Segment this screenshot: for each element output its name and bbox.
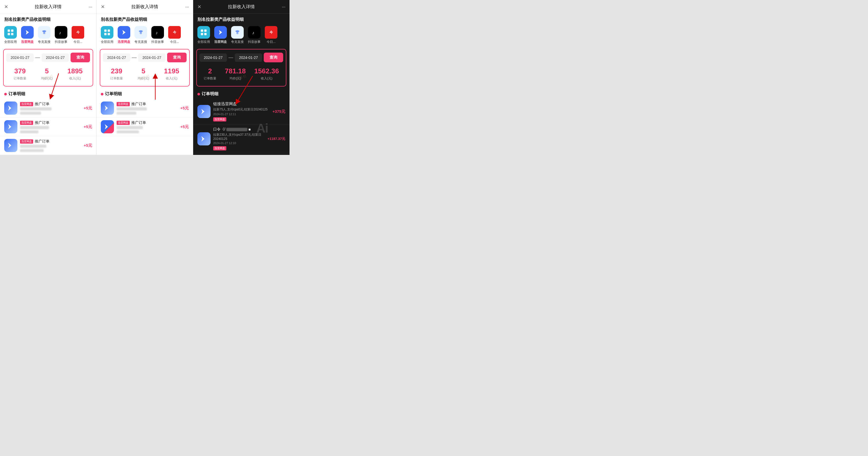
order-amount-3-1: +375元	[272, 109, 285, 114]
stat-value-orders-1: 379	[14, 67, 26, 75]
svg-point-18	[236, 32, 239, 34]
date-to-2[interactable]: 2024-01-27	[138, 54, 165, 62]
more-button-1[interactable]: ···	[86, 4, 92, 10]
order-item-1-3[interactable]: 迅雷网盘 推广订单 +5元	[0, 136, 96, 155]
date-to-3[interactable]: 2024-01-27	[235, 54, 262, 62]
order-item-2-1[interactable]: 迅雷网盘 推广订单 +5元	[97, 99, 193, 118]
app-xunlei-1[interactable]: 迅雷网盘	[21, 26, 34, 44]
apps-row-3: 全部应用 迅雷网盘 夸克直搜 ♪ 抖音故事 今	[193, 25, 289, 47]
order-info-1-2: 迅雷网盘 推广订单	[20, 121, 81, 133]
stat-income-2: 1195 收入(元)	[164, 67, 179, 81]
header-3: ✕ 拉新收入详情 ···	[193, 0, 289, 14]
app-xunlei-3[interactable]: 迅雷网盘	[214, 26, 227, 44]
app-icon-all-2	[101, 26, 114, 39]
app-label-jinri-2: 今日...	[170, 40, 179, 44]
app-douyin-1[interactable]: ♪ 抖音故事	[55, 26, 67, 44]
app-icon-kuake-2	[134, 26, 147, 39]
order-title-text-2-1: 推广订单	[131, 102, 146, 106]
order-item-1-2[interactable]: 迅雷网盘 推广订单 +5元	[0, 118, 96, 136]
section-title-3: 别名拉新类产品收益明细	[193, 14, 289, 25]
order-app-icon-1-2	[4, 120, 18, 133]
order-title-1: 订单明细	[0, 89, 96, 99]
app-kuake-1[interactable]: 夸克直搜	[38, 26, 51, 44]
section-title-1: 别名拉新类产品收益明细	[0, 14, 96, 25]
more-button-3[interactable]: ···	[279, 4, 285, 10]
order-title-text-3-2: 口令《/	[213, 127, 225, 132]
close-button-3[interactable]: ✕	[197, 4, 204, 10]
stat-value-price-2: 5	[142, 67, 145, 75]
section-title-2: 别名拉新类产品收益明细	[97, 14, 193, 25]
order-sub-3-2: 拉新230人,支付cps37.37元,结算日20240125	[213, 133, 265, 141]
order-item-2-2[interactable]: 迅雷网盘 推广订单 +5元	[97, 118, 193, 136]
more-button-2[interactable]: ···	[182, 4, 189, 10]
apps-row-2: 全部应用 迅雷网盘 夸克直搜 ♪ 抖音故事 今	[97, 25, 193, 47]
stat-income-1: 1895 收入(元)	[67, 67, 83, 81]
stat-value-income-2: 1195	[164, 67, 179, 75]
order-title-2: 订单明细	[97, 89, 193, 99]
date-to-1[interactable]: 2024-01-27	[41, 54, 69, 62]
order-amount-2-1: +5元	[180, 106, 189, 111]
query-button-2[interactable]: 查询	[167, 53, 187, 62]
order-info-2-2: 迅雷网盘 推广订单	[117, 121, 178, 133]
app-all-2[interactable]: 全部应用	[101, 26, 114, 44]
order-time-3-2: 2024-01-27 12:10	[213, 141, 265, 144]
close-button-1[interactable]: ✕	[4, 4, 10, 10]
order-info-3-1: 链接迅雷网盘 拉新75人,支付cps0元,结算日20240125 2024-01…	[213, 101, 270, 122]
app-jinri-1[interactable]: 今 今日...	[71, 26, 84, 44]
app-icon-kuake-3	[231, 26, 244, 39]
app-kuake-2[interactable]: 夸克直搜	[134, 26, 147, 44]
app-label-all-1: 全部应用	[4, 40, 17, 44]
order-item-3-2[interactable]: 口令《/ ■ 拉新230人,支付cps37.37元,结算日20240125 20…	[193, 124, 289, 153]
app-icon-all-1	[4, 26, 17, 39]
query-button-3[interactable]: 查询	[264, 53, 283, 62]
order-title-text-3-1: 链接迅雷网盘	[213, 101, 270, 106]
order-app-icon-3-2	[197, 132, 211, 145]
order-item-3-1[interactable]: 链接迅雷网盘 拉新75人,支付cps0元,结算日20240125 2024-01…	[193, 99, 289, 124]
date-from-1[interactable]: 2024-01-27	[6, 54, 34, 62]
app-douyin-2[interactable]: ♪ 抖音故事	[151, 26, 164, 44]
date-row-1: 2024-01-27 — 2024-01-27 查询	[6, 53, 90, 62]
order-info-1-1: 迅雷网盘 推广订单	[20, 102, 81, 115]
svg-rect-14	[201, 29, 203, 32]
order-item-1-1[interactable]: 迅雷网盘 推广订单 +5元	[0, 99, 96, 118]
app-jinri-2[interactable]: 今 今日...	[168, 26, 181, 44]
app-kuake-3[interactable]: 夸克直搜	[231, 26, 244, 44]
red-dot-2	[101, 93, 103, 95]
stat-label-income-1: 收入(元)	[69, 76, 81, 81]
order-title-3: 订单明细	[193, 89, 289, 99]
order-amount-3-2: +1187.37元	[268, 136, 285, 141]
app-all-3[interactable]: 全部应用	[197, 26, 210, 44]
app-label-xunlei-1: 迅雷网盘	[21, 40, 34, 44]
svg-rect-3	[11, 33, 13, 35]
order-app-icon-1-3	[4, 139, 18, 152]
order-title-text-2-2: 推广订单	[131, 121, 146, 125]
date-from-3[interactable]: 2024-01-27	[199, 54, 227, 62]
stat-value-price-1: 5	[45, 67, 49, 75]
svg-rect-17	[204, 33, 207, 35]
stat-label-price-1: 均价(元)	[41, 76, 53, 81]
query-button-1[interactable]: 查询	[70, 53, 90, 62]
stat-value-income-3: 1562.36	[254, 67, 279, 75]
stat-value-orders-2: 239	[111, 67, 122, 75]
svg-text:♪: ♪	[252, 31, 254, 35]
close-button-2[interactable]: ✕	[101, 4, 107, 10]
stat-orders-2: 239 订单数量	[110, 67, 123, 81]
app-label-douyin-3: 抖音故事	[248, 40, 260, 44]
stat-value-income-1: 1895	[67, 67, 83, 75]
app-label-kuake-2: 夸克直搜	[134, 40, 147, 44]
app-xunlei-2[interactable]: 迅雷网盘	[118, 26, 130, 44]
app-icon-douyin-2: ♪	[151, 26, 164, 39]
header-1: ✕ 拉新收入详情 ···	[0, 0, 96, 14]
date-dash-3: —	[228, 55, 233, 60]
app-icon-douyin-1: ♪	[55, 26, 67, 39]
app-all-1[interactable]: 全部应用	[4, 26, 17, 44]
app-icon-xunlei-2	[118, 26, 130, 39]
order-time-3-1: 2024-01-27 12:11	[213, 112, 270, 116]
order-title-text-1-2: 推广订单	[35, 121, 50, 125]
svg-rect-15	[204, 29, 207, 32]
date-dash-1: —	[35, 55, 40, 60]
app-jinri-3[interactable]: 今 今日...	[265, 26, 277, 44]
date-from-2[interactable]: 2024-01-27	[103, 54, 130, 62]
app-douyin-3[interactable]: ♪ 抖音故事	[248, 26, 260, 44]
header-title-2: 拉新收入详情	[107, 4, 182, 10]
